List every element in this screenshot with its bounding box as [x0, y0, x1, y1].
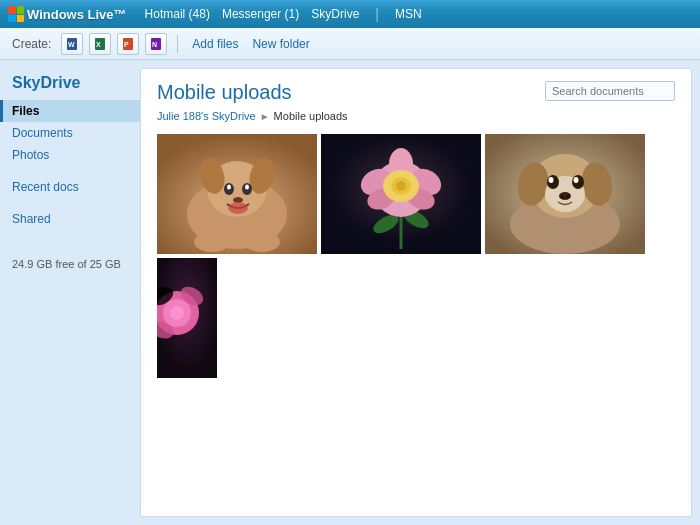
svg-point-19: [228, 202, 248, 214]
create-excel-button[interactable]: X: [89, 33, 111, 55]
svg-point-47: [561, 196, 564, 199]
svg-point-46: [559, 192, 571, 200]
sidebar-gap: [0, 166, 140, 176]
page-title: Mobile uploads: [157, 81, 292, 104]
windows-flag-icon: [8, 6, 24, 22]
svg-point-17: [245, 185, 249, 190]
create-word-button[interactable]: W: [61, 33, 83, 55]
hotmail-link[interactable]: Hotmail (48): [145, 7, 210, 21]
svg-point-21: [244, 232, 280, 252]
search-input[interactable]: [545, 81, 675, 101]
svg-point-16: [227, 185, 231, 190]
photo-dog2[interactable]: [485, 134, 645, 254]
svg-text:N: N: [152, 41, 157, 48]
svg-point-44: [549, 177, 554, 183]
add-files-button[interactable]: Add files: [188, 35, 242, 53]
svg-point-48: [567, 196, 570, 199]
brand-label: Windows Live™: [27, 7, 127, 22]
svg-text:X: X: [96, 41, 101, 48]
sidebar-item-shared[interactable]: Shared: [0, 208, 140, 230]
create-ppt-button[interactable]: P: [117, 33, 139, 55]
sidebar-item-recent-docs[interactable]: Recent docs: [0, 176, 140, 198]
photo-grid: [157, 134, 675, 378]
create-note-button[interactable]: N: [145, 33, 167, 55]
sidebar: SkyDrive Files Documents Photos Recent d…: [0, 60, 140, 525]
msn-link[interactable]: MSN: [395, 7, 422, 21]
windows-live-logo: Windows Live™: [8, 6, 127, 22]
svg-point-43: [572, 175, 584, 189]
svg-text:W: W: [68, 41, 75, 48]
svg-point-42: [547, 175, 559, 189]
photo-rose[interactable]: [321, 134, 481, 254]
main-layout: SkyDrive Files Documents Photos Recent d…: [0, 60, 700, 525]
content-area: Mobile uploads Julie 188's SkyDrive ► Mo…: [140, 68, 692, 517]
storage-info: 24.9 GB free of 25 GB: [0, 250, 140, 278]
photo-dog1[interactable]: [157, 134, 317, 254]
sidebar-title: SkyDrive: [0, 70, 140, 100]
content-header: Mobile uploads: [157, 81, 675, 104]
svg-point-45: [574, 177, 579, 183]
new-folder-button[interactable]: New folder: [248, 35, 313, 53]
svg-point-20: [194, 232, 230, 252]
breadcrumb-arrow: ►: [260, 111, 270, 122]
toolbar: Create: W X P N Add files New folder: [0, 28, 700, 60]
topbar: Windows Live™ Hotmail (48) Messenger (1)…: [0, 0, 700, 28]
sidebar-item-files[interactable]: Files: [0, 100, 140, 122]
topbar-separator: |: [375, 6, 379, 22]
skydrive-link[interactable]: SkyDrive: [311, 7, 359, 21]
breadcrumb: Julie 188's SkyDrive ► Mobile uploads: [157, 110, 675, 122]
sidebar-item-documents[interactable]: Documents: [0, 122, 140, 144]
svg-text:P: P: [124, 41, 129, 48]
sidebar-item-photos[interactable]: Photos: [0, 144, 140, 166]
svg-point-52: [170, 306, 184, 320]
toolbar-divider: [177, 35, 178, 53]
create-label: Create:: [12, 37, 51, 51]
breadcrumb-root[interactable]: Julie 188's SkyDrive: [157, 110, 256, 122]
photo-pink-partial[interactable]: [157, 258, 217, 378]
svg-point-35: [396, 181, 406, 191]
messenger-link[interactable]: Messenger (1): [222, 7, 299, 21]
sidebar-gap2: [0, 198, 140, 208]
breadcrumb-current: Mobile uploads: [274, 110, 348, 122]
